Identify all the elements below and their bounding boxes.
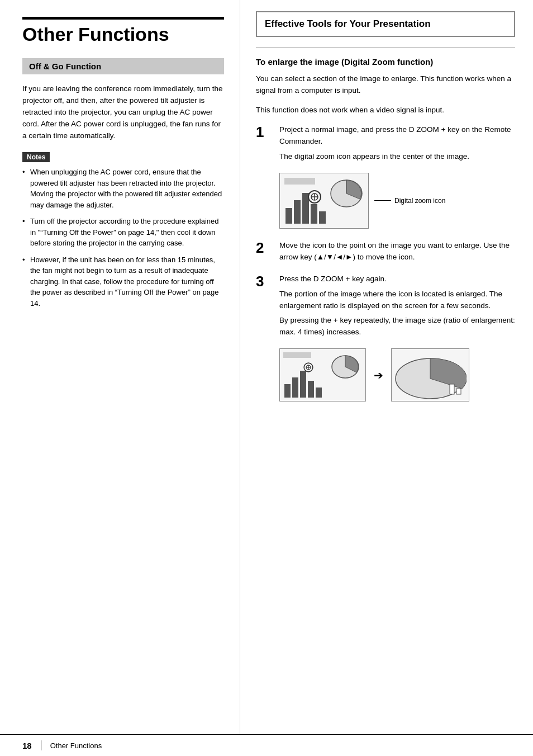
bar-2 — [294, 200, 301, 224]
notes-label: Notes — [22, 152, 50, 162]
diagram-shade — [284, 178, 315, 185]
step-2-content: Move the icon to the point on the image … — [279, 240, 515, 263]
intro-text-1: You can select a section of the image to… — [256, 73, 515, 97]
step-2-number: 2 — [256, 240, 273, 256]
page-footer: 18 Other Functions — [0, 734, 533, 756]
shade-2 — [283, 352, 311, 358]
pie-2 — [330, 352, 361, 381]
diagram-1-wrapper: Digital zoom icon — [279, 173, 515, 229]
step-1-main-text: Project a normal image, and press the D … — [279, 125, 511, 145]
diagram-3 — [391, 348, 469, 401]
zoom-icon-svg — [307, 189, 322, 205]
step-1-number: 1 — [256, 124, 273, 140]
page-container: Other Functions Off & Go Function If you… — [0, 0, 533, 756]
right-column: Effective Tools for Your Presentation To… — [240, 0, 533, 734]
step-1-container: 1 Project a normal image, and press the … — [256, 124, 515, 163]
step-3-sub-text-1: The portion of the image where the icon … — [279, 289, 515, 312]
divider-line — [256, 47, 515, 48]
step-3-container: 3 Press the D ZOOM + key again. The port… — [256, 273, 515, 339]
diagrams-row: ➔ — [279, 348, 515, 401]
notes-box: Notes When unplugging the AC power cord,… — [22, 152, 224, 309]
step-1-content: Project a normal image, and press the D … — [279, 124, 515, 163]
step-2-container: 2 Move the icon to the point on the imag… — [256, 240, 515, 263]
svg-rect-13 — [456, 389, 461, 394]
note-item-1: When unplugging the AC power cord, ensur… — [22, 167, 224, 210]
footer-divider — [41, 740, 41, 750]
intro-text-2: This function does not work when a video… — [256, 105, 515, 116]
note-item-2: Turn off the projector according to the … — [22, 216, 224, 249]
off-go-body-text: If you are leaving the conference room i… — [22, 83, 224, 142]
bars-2 — [284, 371, 322, 398]
step-2-main-text: Move the icon to the point on the image … — [279, 241, 510, 261]
step-3-sub-text-2: By pressing the + key repeatedly, the im… — [279, 315, 515, 338]
label-line — [374, 200, 391, 201]
page-number: 18 — [22, 741, 32, 750]
content-area: Other Functions Off & Go Function If you… — [0, 0, 533, 734]
step-3-main-text: Press the D ZOOM + key again. — [279, 275, 387, 283]
step-1-sub-text: The digital zoom icon appears in the cen… — [279, 151, 515, 163]
diagram-2 — [279, 348, 366, 401]
right-header-title: Effective Tools for Your Presentation — [265, 18, 506, 30]
step-3-number: 3 — [256, 273, 273, 290]
bar-5 — [319, 211, 326, 224]
note-item-3: However, if the unit has been on for les… — [22, 254, 224, 309]
zoom-icon-2 — [302, 361, 315, 374]
pie-area-1 — [329, 178, 363, 209]
bar-1 — [285, 208, 292, 224]
arrow-right: ➔ — [374, 368, 383, 382]
subsection-title: To enlarge the image (Digital Zoom funct… — [256, 56, 515, 68]
diagram-1 — [279, 173, 369, 229]
page-title: Other Functions — [22, 17, 224, 45]
section-header-off-go: Off & Go Function — [22, 58, 224, 74]
footer-section-name: Other Functions — [50, 741, 102, 750]
bar-4 — [311, 204, 317, 224]
svg-rect-12 — [450, 384, 454, 394]
diagram-1-label: Digital zoom icon — [374, 197, 445, 205]
step-3-content: Press the D ZOOM + key again. The portio… — [279, 273, 515, 339]
left-column: Other Functions Off & Go Function If you… — [0, 0, 240, 734]
right-header-box: Effective Tools for Your Presentation — [256, 11, 515, 37]
notes-list: When unplugging the AC power cord, ensur… — [22, 167, 224, 309]
enlarged-pie — [392, 349, 469, 401]
